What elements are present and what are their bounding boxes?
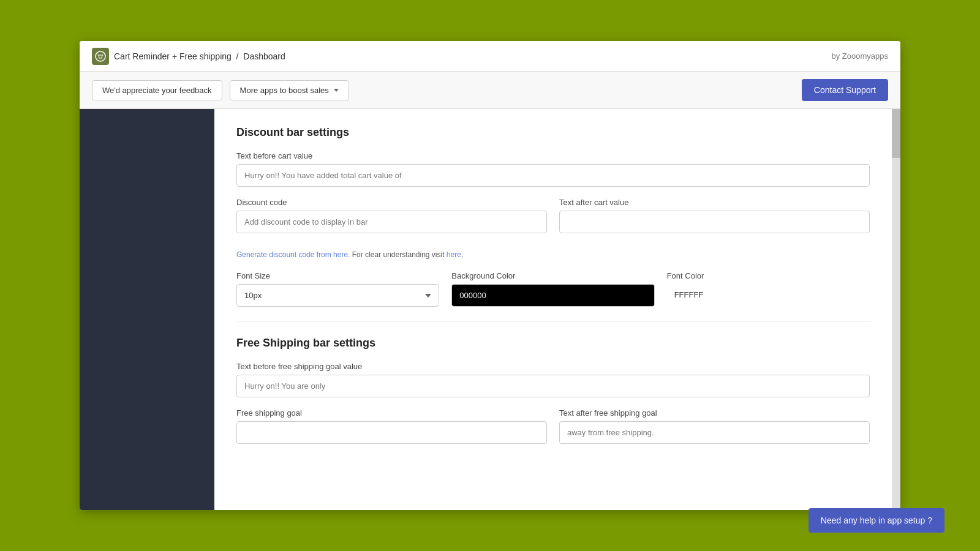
font-color-input[interactable] (667, 284, 870, 305)
breadcrumb-area: Cart Reminder + Free shipping / Dashboar… (92, 48, 285, 65)
feedback-button[interactable]: We'd appreciate your feedback (92, 80, 222, 100)
text-after-cart-label: Text after cart value (559, 198, 870, 207)
shipping-goal-label: Free shipping goal (236, 408, 547, 418)
text-after-goal-input[interactable] (559, 421, 870, 444)
sidebar (80, 109, 214, 510)
font-color-col: Font Color (667, 271, 870, 307)
generate-discount-link[interactable]: Generate discount code from here. (236, 250, 350, 259)
bg-color-input[interactable] (452, 285, 654, 306)
discount-code-row: Discount code Text after cart value (236, 198, 870, 244)
contact-support-button[interactable]: Contact Support (802, 79, 888, 101)
shipping-goal-input[interactable] (236, 421, 547, 444)
text-after-goal-label: Text after free shipping goal (559, 408, 870, 418)
text-before-shipping-group: Text before free shipping goal value (236, 362, 870, 397)
app-window: Cart Reminder + Free shipping / Dashboar… (80, 41, 900, 510)
text-after-cart-group: Text after cart value (559, 198, 870, 233)
content-inner: Discount bar settings Text before cart v… (214, 109, 892, 467)
need-help-button[interactable]: Need any help in app setup ? (809, 508, 944, 533)
font-color-label: Font Color (667, 271, 870, 280)
bg-color-label: Background Color (451, 271, 654, 280)
text-before-shipping-input[interactable] (236, 375, 870, 397)
action-bar: We'd appreciate your feedback More apps … (80, 72, 900, 109)
color-row: Font Size 10px 12px 14px 16px Background… (236, 271, 870, 307)
bg-color-wrapper (451, 284, 654, 307)
top-bar: Cart Reminder + Free shipping / Dashboar… (80, 41, 900, 72)
scrollbar-thumb[interactable] (892, 109, 900, 158)
by-label: by Zooomyapps (832, 51, 889, 61)
text-before-cart-input[interactable] (236, 164, 870, 187)
discount-bar-section: Discount bar settings Text before cart v… (236, 126, 870, 307)
discount-code-col: Discount code (236, 198, 547, 244)
free-shipping-section: Free Shipping bar settings Text before f… (236, 337, 870, 444)
section-divider (236, 321, 870, 322)
text-before-cart-label: Text before cart value (236, 151, 870, 160)
text-before-shipping-label: Text before free shipping goal value (236, 362, 870, 371)
content-area: Discount bar settings Text before cart v… (214, 109, 892, 510)
free-shipping-section-title: Free Shipping bar settings (236, 337, 870, 350)
text-before-cart-group: Text before cart value (236, 151, 870, 187)
svg-point-0 (96, 51, 105, 61)
font-size-label: Font Size (236, 271, 439, 280)
text-after-cart-col: Text after cart value (559, 198, 870, 244)
shipping-goal-col: Free shipping goal (236, 408, 547, 444)
free-shipping-goal-row: Free shipping goal Text after free shipp… (236, 408, 870, 444)
clear-understanding-link[interactable]: here (447, 250, 461, 259)
main-layout: Discount bar settings Text before cart v… (80, 109, 900, 510)
discount-code-group: Discount code (236, 198, 547, 233)
discount-section-title: Discount bar settings (236, 126, 870, 139)
chevron-down-icon (334, 89, 339, 92)
text-after-goal-col: Text after free shipping goal (559, 408, 870, 444)
discount-code-input[interactable] (236, 211, 547, 233)
more-apps-button[interactable]: More apps to boost sales (230, 80, 349, 100)
breadcrumb: Cart Reminder + Free shipping / Dashboar… (114, 51, 285, 61)
app-icon (92, 48, 109, 65)
bg-color-col: Background Color (451, 271, 654, 307)
scrollbar[interactable] (892, 109, 900, 510)
text-after-cart-input[interactable] (559, 211, 870, 233)
font-size-col: Font Size 10px 12px 14px 16px (236, 271, 439, 307)
discount-helper-text: Generate discount code from here. For cl… (236, 250, 870, 259)
font-size-select[interactable]: 10px 12px 14px 16px (236, 284, 439, 307)
discount-code-label: Discount code (236, 198, 547, 207)
action-bar-left: We'd appreciate your feedback More apps … (92, 80, 349, 100)
